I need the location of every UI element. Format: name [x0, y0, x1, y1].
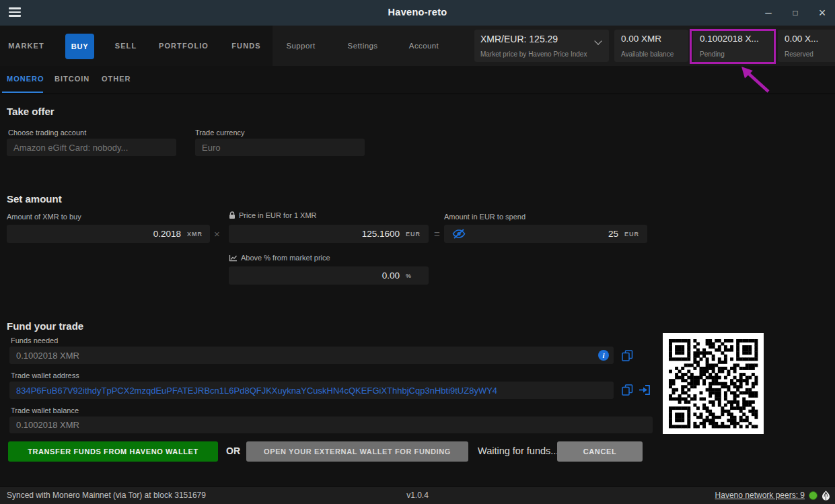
chevron-down-icon — [594, 37, 602, 44]
pending-balance-box: 0.1002018 X... Pending — [693, 30, 773, 62]
trade-currency-field[interactable]: Euro — [195, 139, 365, 156]
set-amount-heading: Set amount — [7, 193, 62, 205]
transfer-funds-button[interactable]: TRANSFER FUNDS FROM HAVENO WALLET — [8, 441, 218, 462]
copy-address-icon[interactable] — [622, 384, 633, 396]
network-peers-link[interactable]: Haveno network peers: 9 — [715, 491, 805, 500]
market-price-value: XMR/EUR: 125.29 — [480, 34, 558, 44]
equals-symbol: = — [434, 228, 440, 240]
chart-icon — [229, 254, 238, 262]
waiting-status: Waiting for funds... — [478, 445, 558, 456]
copy-funds-icon[interactable] — [622, 350, 633, 361]
nav-item-portfolio[interactable]: PORTFOLIO — [159, 26, 209, 66]
nav-item-account[interactable]: Account — [409, 26, 439, 66]
app-title: Haveno-reto — [388, 7, 447, 17]
maximize-icon[interactable]: □ — [789, 0, 801, 26]
status-bar: Synced with Monero Mainnet (via Tor) at … — [0, 486, 835, 504]
haveno-app-window: Haveno-reto – □ × MARKET BUY SELL PORTFO… — [0, 0, 835, 504]
deviation-label: Above % from market price — [229, 254, 330, 262]
nav-item-buy[interactable]: BUY — [65, 34, 94, 59]
market-price-selector[interactable]: XMR/EUR: 125.29 Market price by Haveno P… — [474, 30, 609, 62]
tor-onion-icon — [822, 490, 830, 501]
active-tab-underline — [2, 92, 43, 93]
eye-slash-icon[interactable] — [452, 228, 466, 242]
reserved-balance-value: 0.00 X... — [785, 34, 818, 44]
available-balance-value: 0.00 XMR — [621, 34, 661, 44]
nav-item-market[interactable]: MARKET — [8, 26, 44, 66]
funds-needed-value: 0.1002018 XMR — [9, 351, 79, 361]
version-label: v1.0.4 — [406, 487, 429, 504]
wallet-address-field[interactable]: 834P6FuB67V92ithdyTpPCX2mzqdEuPFATEJRBcn… — [9, 382, 614, 399]
external-wallet-button[interactable]: OPEN YOUR EXTERNAL WALLET FOR FUNDING — [246, 441, 468, 462]
tab-other[interactable]: OTHER — [102, 75, 131, 83]
qr-code — [663, 333, 764, 434]
peer-status-icon — [809, 491, 818, 500]
open-wallet-icon[interactable] — [639, 385, 651, 395]
deviation-input[interactable]: 0.00 % — [229, 266, 429, 285]
fund-trade-heading: Fund your trade — [7, 320, 83, 332]
minimize-icon[interactable]: – — [762, 0, 774, 26]
window-controls: – □ × — [762, 0, 828, 26]
menu-icon[interactable] — [9, 7, 21, 18]
price-label: Price in EUR for 1 XMR — [229, 211, 317, 219]
wallet-balance-label: Trade wallet balance — [11, 406, 79, 415]
multiply-symbol: × — [214, 228, 220, 240]
spend-input[interactable]: 25 EUR — [444, 225, 647, 243]
funds-needed-label: Funds needed — [11, 336, 58, 345]
main-nav: MARKET BUY SELL PORTFOLIO FUNDS Support … — [0, 26, 835, 66]
nav-item-settings[interactable]: Settings — [348, 26, 378, 66]
close-icon[interactable]: × — [816, 0, 828, 26]
trade-currency-label: Trade currency — [195, 129, 245, 137]
deviation-value: 0.00 — [229, 271, 400, 281]
info-icon[interactable]: i — [598, 350, 609, 361]
amount-input[interactable]: 0.2018 XMR — [7, 225, 210, 243]
wallet-balance-field: 0.1002018 XMR — [9, 417, 653, 433]
deviation-suffix: % — [406, 273, 429, 279]
or-text: OR — [226, 445, 240, 456]
cancel-button[interactable]: CANCEL — [557, 441, 643, 462]
spend-suffix: EUR — [624, 231, 647, 238]
amount-label: Amount of XMR to buy — [7, 213, 81, 221]
lock-icon — [229, 211, 235, 219]
pending-balance-value: 0.1002018 X... — [700, 34, 759, 44]
nav-item-support[interactable]: Support — [286, 26, 315, 66]
spend-label: Amount in EUR to spend — [444, 213, 525, 221]
reserved-balance-label: Reserved — [785, 50, 813, 58]
available-balance-label: Available balance — [621, 50, 674, 58]
spend-value: 25 — [444, 229, 618, 239]
available-balance-box: 0.00 XMR Available balance — [614, 30, 688, 62]
reserved-balance-box: 0.00 X... Reserved — [778, 30, 835, 62]
wallet-balance-value: 0.1002018 XMR — [9, 420, 79, 430]
nav-item-sell[interactable]: SELL — [115, 26, 137, 66]
market-price-source: Market price by Haveno Price Index — [480, 50, 587, 58]
trade-currency-value: Euro — [195, 143, 220, 153]
crypto-tab-bar: MONERO BITCOIN OTHER — [0, 66, 835, 94]
take-offer-heading: Take offer — [7, 106, 55, 117]
amount-value: 0.2018 — [7, 229, 181, 239]
price-suffix: EUR — [406, 231, 429, 238]
sync-status: Synced with Monero Mainnet (via Tor) at … — [7, 487, 206, 504]
price-input[interactable]: 125.1600 EUR — [229, 225, 429, 243]
wallet-address-label: Trade wallet address — [11, 371, 79, 380]
funds-needed-field: 0.1002018 XMR i — [9, 347, 614, 364]
tab-monero[interactable]: MONERO — [7, 75, 44, 83]
pending-balance-label: Pending — [700, 50, 725, 58]
trading-account-field[interactable]: Amazon eGift Card: nobody... — [7, 139, 176, 156]
nav-item-funds[interactable]: FUNDS — [231, 26, 260, 66]
price-value: 125.1600 — [229, 229, 400, 239]
wallet-address-value: 834P6FuB67V92ithdyTpPCX2mzqdEuPFATEJRBcn… — [9, 386, 497, 396]
trading-account-value: Amazon eGift Card: nobody... — [7, 143, 128, 153]
amount-suffix: XMR — [187, 231, 210, 238]
trading-account-label: Choose trading account — [8, 129, 86, 137]
title-bar: Haveno-reto – □ × — [0, 0, 835, 26]
tab-bitcoin[interactable]: BITCOIN — [55, 75, 89, 83]
